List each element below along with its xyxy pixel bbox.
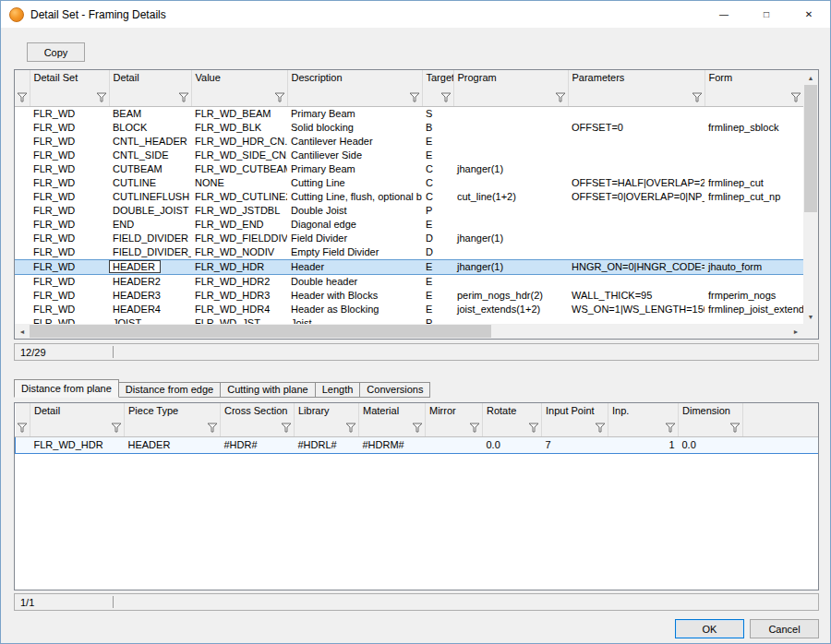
cell-description[interactable]: Double Joist xyxy=(287,204,422,218)
filter-icon[interactable] xyxy=(412,423,423,433)
cell-form[interactable] xyxy=(705,162,803,176)
filter-icon[interactable] xyxy=(281,423,292,433)
cell-parameters[interactable] xyxy=(568,218,705,232)
cell-detail[interactable]: BEAM xyxy=(109,106,191,121)
cell-program[interactable] xyxy=(453,218,568,232)
cell-parameters[interactable] xyxy=(568,245,705,260)
cell-description[interactable]: Double header xyxy=(287,274,422,289)
cell-target[interactable]: D xyxy=(422,245,453,260)
cell-form[interactable]: frmlinep_sblock xyxy=(705,121,803,135)
cell-detail_set[interactable]: FLR_WD xyxy=(30,190,109,204)
cell-detail[interactable]: CUTLINEFLUSH xyxy=(109,190,191,204)
cell-value[interactable]: FLR_WD_HDR4 xyxy=(191,303,287,316)
table-row[interactable]: FLR_WDCNTL_SIDEFLR_WD_SIDE_CN...Cantilie… xyxy=(15,149,803,162)
cancel-button[interactable]: Cancel xyxy=(750,619,819,638)
column-header-value[interactable]: Value xyxy=(191,70,287,89)
row-selector[interactable] xyxy=(15,162,30,176)
cell-description[interactable]: Cantilever Header xyxy=(287,135,422,149)
row-selector[interactable] xyxy=(15,303,30,316)
filter-icon[interactable] xyxy=(729,423,741,433)
cell-input_point[interactable]: 7 xyxy=(542,436,608,453)
cell-value[interactable]: FLR_WD_CUTBEAM xyxy=(191,162,287,176)
cell-parameters[interactable] xyxy=(568,135,705,149)
cell-cross_section[interactable]: #HDR# xyxy=(221,436,295,453)
filter-icon[interactable] xyxy=(207,423,218,433)
cell-program[interactable] xyxy=(453,274,568,289)
column-header-detail[interactable]: Detail xyxy=(109,70,191,89)
cell-description[interactable]: Header with Blocks xyxy=(287,289,422,303)
cell-description[interactable]: Header xyxy=(287,259,422,274)
cell-form[interactable] xyxy=(705,204,803,218)
cell-mirror[interactable] xyxy=(426,436,483,453)
vertical-scroll-track[interactable] xyxy=(803,85,818,309)
cell-description[interactable]: Empty Field Divider xyxy=(287,245,422,260)
cell-form[interactable]: frmlinep_joist_extends xyxy=(705,303,803,316)
cell-value[interactable]: FLR_WD_CUTLINE2 xyxy=(191,190,287,204)
cell-detail_set[interactable]: FLR_WD xyxy=(30,106,109,121)
filter-icon[interactable] xyxy=(469,423,480,433)
filter-icon[interactable] xyxy=(790,92,801,102)
row-selector[interactable] xyxy=(15,149,30,162)
row-selector[interactable] xyxy=(15,121,30,135)
cell-description[interactable]: Joist xyxy=(287,316,422,325)
column-header-dimension[interactable]: Dimension xyxy=(679,403,743,420)
row-selector[interactable] xyxy=(15,289,30,303)
cell-parameters[interactable]: WALL_THICK=95 xyxy=(568,289,705,303)
cell-detail[interactable]: END xyxy=(109,218,191,232)
cell-target[interactable]: E xyxy=(422,135,453,149)
cell-description[interactable]: Primary Beam xyxy=(287,162,422,176)
cell-value[interactable]: FLR_WD_FIELDDIV xyxy=(191,232,287,245)
cell-parameters[interactable] xyxy=(568,316,705,325)
cell-target[interactable]: C xyxy=(422,162,453,176)
cell-detail_set[interactable]: FLR_WD xyxy=(30,289,109,303)
scroll-down-icon[interactable]: ▼ xyxy=(803,309,818,324)
cell-form[interactable] xyxy=(705,232,803,245)
cell-detail[interactable]: FLR_WD_HDR xyxy=(30,436,125,453)
table-row[interactable]: FLR_WDHEADER4FLR_WD_HDR4Header as Blocki… xyxy=(15,303,803,316)
cell-detail[interactable]: HEADER2 xyxy=(109,274,191,289)
column-header-detail_set[interactable]: Detail Set xyxy=(30,70,109,89)
row-selector[interactable] xyxy=(16,436,30,453)
table-row[interactable]: FLR_WDCUTLINEFLUSHFLR_WD_CUTLINE2Cutting… xyxy=(15,190,803,204)
cell-target[interactable]: E xyxy=(422,274,453,289)
cell-form[interactable] xyxy=(705,218,803,232)
cell-detail[interactable]: HEADER4 xyxy=(109,303,191,316)
cell-form[interactable]: frmlinep_cut xyxy=(705,176,803,190)
cell-program[interactable] xyxy=(453,135,568,149)
filter-icon[interactable] xyxy=(555,92,566,102)
table-row[interactable]: FLR_WDHEADERFLR_WD_HDRHeaderEjhanger(1)H… xyxy=(15,259,803,274)
row-selector[interactable] xyxy=(15,274,30,289)
cell-program[interactable]: jhanger(1) xyxy=(453,259,568,274)
filter-icon[interactable] xyxy=(528,423,539,433)
cell-target[interactable]: S xyxy=(422,106,453,121)
cell-program[interactable] xyxy=(453,204,568,218)
cell-program[interactable]: cut_line(1+2) xyxy=(453,190,568,204)
cell-parameters[interactable]: WS_ON=1|WS_LENGTH=150|BL... xyxy=(568,303,705,316)
cell-detail_set[interactable]: FLR_WD xyxy=(30,204,109,218)
row-selector[interactable] xyxy=(15,204,30,218)
cell-detail_set[interactable]: FLR_WD xyxy=(30,135,109,149)
cell-form[interactable] xyxy=(705,274,803,289)
cell-form[interactable] xyxy=(705,135,803,149)
column-header-piece_type[interactable]: Piece Type xyxy=(125,403,221,420)
cell-detail_set[interactable]: FLR_WD xyxy=(30,121,109,135)
table-row[interactable]: FLR_WDCUTBEAMFLR_WD_CUTBEAMPrimary BeamC… xyxy=(15,162,803,176)
tab-distance-from-edge[interactable]: Distance from edge xyxy=(118,382,221,398)
cell-parameters[interactable] xyxy=(568,204,705,218)
cell-inp[interactable]: 1 xyxy=(608,436,679,453)
cell-program[interactable] xyxy=(453,316,568,325)
cell-target[interactable]: B xyxy=(422,121,453,135)
cell-detail_set[interactable]: FLR_WD xyxy=(30,274,109,289)
horizontal-scroll-track[interactable] xyxy=(30,324,789,339)
cell-value[interactable]: FLR_WD_END xyxy=(191,218,287,232)
cell-detail[interactable]: FIELD_DIVIDER xyxy=(109,232,191,245)
cell-detail[interactable]: FIELD_DIVIDER_... xyxy=(109,245,191,260)
cell-target[interactable]: D xyxy=(422,232,453,245)
row-selector[interactable] xyxy=(15,135,30,149)
scroll-left-icon[interactable]: ◄ xyxy=(15,324,30,339)
cell-target[interactable]: E xyxy=(422,289,453,303)
filter-icon[interactable] xyxy=(96,92,107,102)
cell-form[interactable] xyxy=(705,149,803,162)
table-row[interactable]: FLR_WDHEADER2FLR_WD_HDR2Double headerE xyxy=(15,274,803,289)
cell-description[interactable]: Cantiliever Side xyxy=(287,149,422,162)
